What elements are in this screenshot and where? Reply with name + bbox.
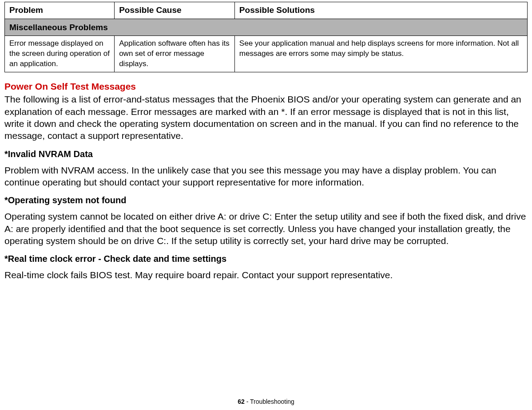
header-problem: Problem — [5, 2, 115, 19]
intro-paragraph: The following is a list of error-and-sta… — [4, 93, 528, 142]
message-body: Operating system cannot be located on ei… — [4, 210, 528, 247]
table-row: Error message displayed on the screen du… — [5, 36, 528, 72]
header-cause: Possible Cause — [115, 2, 235, 19]
cell-solution: See your application manual and help dis… — [234, 36, 527, 72]
cell-problem: Error message displayed on the screen du… — [5, 36, 115, 72]
section-header-cell: Miscellaneous Problems — [5, 19, 528, 36]
message-body: Real-time clock fails BIOS test. May req… — [4, 269, 528, 281]
table-section-row: Miscellaneous Problems — [5, 19, 528, 36]
table-header-row: Problem Possible Cause Possible Solution… — [5, 2, 528, 19]
message-title: *Operating system not found — [4, 194, 528, 206]
header-solutions: Possible Solutions — [234, 2, 527, 19]
message-body: Problem with NVRAM access. In the unlike… — [4, 164, 528, 189]
section-heading: Power On Self Test Messages — [4, 80, 528, 92]
message-title: *Invalid NVRAM Data — [4, 148, 528, 160]
troubleshooting-table: Problem Possible Cause Possible Solution… — [4, 2, 528, 72]
cell-cause: Application software often has its own s… — [115, 36, 235, 72]
message-title: *Real time clock error - Check date and … — [4, 253, 528, 264]
